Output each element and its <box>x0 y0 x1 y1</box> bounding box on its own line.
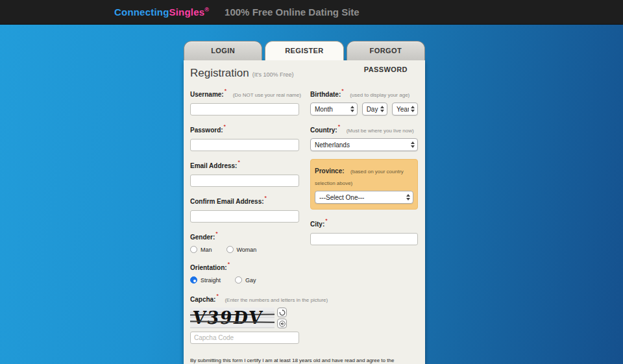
password-field-group: Password:* <box>190 123 299 151</box>
tab-forgot-password[interactable]: FORGOT PASSWORD <box>347 41 425 60</box>
required-marker: * <box>216 293 219 299</box>
captcha-label: Capcha: <box>190 296 215 303</box>
gender-woman-label: Woman <box>237 247 257 253</box>
birth-day-value: Day <box>367 106 378 113</box>
orientation-gay-radio[interactable]: Gay <box>235 276 256 284</box>
birthdate-label: Birthdate: <box>310 91 341 98</box>
orientation-label: Orientation: <box>190 264 227 271</box>
refresh-icon <box>279 309 286 316</box>
email-label: Email Address: <box>190 162 237 169</box>
birth-year-value: Year <box>397 106 409 113</box>
logo-text-singles: Singles <box>169 6 205 18</box>
captcha-refresh-button[interactable] <box>277 308 287 317</box>
captcha-code-input[interactable] <box>190 332 299 344</box>
page-title-hint: (It's 100% Free) <box>252 71 294 78</box>
registration-panel: LOGIN REGISTER FORGOT PASSWORD Registrat… <box>184 41 425 364</box>
password-label: Password: <box>190 127 223 134</box>
province-select[interactable]: ---Select One--- <box>315 191 413 204</box>
required-marker: * <box>215 230 218 237</box>
city-field-group: City:* <box>310 217 418 245</box>
select-arrows-icon <box>406 194 410 200</box>
country-label: Country: <box>310 127 337 134</box>
orientation-straight-label: Straight <box>201 277 221 284</box>
required-marker: * <box>225 88 227 94</box>
agreement-text-before: By submitting this form I certify I am a… <box>190 358 394 364</box>
birth-year-select[interactable]: Year <box>392 103 418 115</box>
city-label: City: <box>310 221 324 228</box>
birth-month-select[interactable]: Month <box>310 103 358 115</box>
select-arrows-icon <box>411 141 415 148</box>
username-hint: (Do NOT use your real name) <box>233 92 301 98</box>
password-input[interactable] <box>190 139 299 151</box>
required-marker: * <box>238 159 240 165</box>
country-hint: (Must be where you live now) <box>347 128 414 134</box>
captcha-audio-button[interactable] <box>277 319 287 328</box>
captcha-field-group: Capcha:* (Enter the numbers and letters … <box>190 293 299 344</box>
agreement-text: By submitting this form I certify I am a… <box>190 357 421 364</box>
tab-login[interactable]: LOGIN <box>184 41 262 60</box>
radio-circle-icon <box>190 246 197 253</box>
site-logo[interactable]: ConnectingSingles® <box>114 6 209 18</box>
captcha-code-text: V39DV <box>191 308 275 328</box>
email-input[interactable] <box>190 175 299 187</box>
registered-trademark-icon: ® <box>204 6 209 13</box>
required-marker: * <box>228 261 230 267</box>
username-input[interactable] <box>190 103 299 115</box>
country-value: Netherlands <box>315 141 409 149</box>
required-marker: * <box>224 123 226 130</box>
select-arrows-icon <box>350 106 354 112</box>
gender-woman-radio[interactable]: Woman <box>226 246 257 253</box>
country-field-group: Country:* (Must be where you live now) N… <box>310 123 418 151</box>
radio-circle-icon <box>226 246 234 253</box>
top-bar: ConnectingSingles® 100% Free Online Dati… <box>0 0 623 25</box>
city-input[interactable] <box>310 233 418 245</box>
logo-text-connecting: Connecting <box>114 6 169 18</box>
confirm-email-input[interactable] <box>190 210 299 223</box>
province-field-group: Province: (based on your country selecti… <box>310 159 418 210</box>
page-title-text: Registration <box>190 67 249 79</box>
birth-day-select[interactable]: Day <box>362 103 387 115</box>
birth-month-value: Month <box>315 106 348 113</box>
auth-tabs: LOGIN REGISTER FORGOT PASSWORD <box>184 41 425 60</box>
username-field-group: Username:* (Do NOT use your real name) <box>190 88 299 115</box>
required-marker: * <box>325 217 328 224</box>
speaker-icon <box>279 321 286 327</box>
country-select[interactable]: Netherlands <box>310 138 418 151</box>
gender-man-radio[interactable]: Man <box>190 246 212 253</box>
username-label: Username: <box>190 91 224 98</box>
birthdate-hint: (used to display your age) <box>350 92 409 98</box>
required-marker: * <box>265 195 267 201</box>
orientation-gay-label: Gay <box>245 277 256 284</box>
email-field-group: Email Address:* <box>190 159 299 187</box>
gender-man-label: Man <box>201 247 212 253</box>
orientation-field-group: Orientation:* Straight Gay <box>190 261 299 284</box>
required-marker: * <box>338 123 341 130</box>
province-value: ---Select One--- <box>319 194 404 201</box>
required-marker: * <box>341 88 344 94</box>
registration-form: Registration(It's 100% Free) Username:* … <box>184 60 425 364</box>
site-tagline: 100% Free Online Dating Site <box>225 6 360 18</box>
radio-circle-icon <box>235 276 242 284</box>
select-arrows-icon <box>380 106 384 112</box>
province-label: Province: <box>315 167 345 175</box>
select-arrows-icon <box>411 106 415 112</box>
gender-label: Gender: <box>190 234 215 241</box>
captcha-image: V39DV <box>190 308 275 328</box>
radio-checked-icon <box>190 276 197 284</box>
orientation-straight-radio[interactable]: Straight <box>190 276 221 284</box>
gender-field-group: Gender:* Man Woman <box>190 230 299 253</box>
birthdate-field-group: Birthdate:* (used to display your age) M… <box>310 88 418 115</box>
tab-register[interactable]: REGISTER <box>265 41 343 60</box>
confirm-email-field-group: Confirm Email Address:* <box>190 195 299 223</box>
confirm-email-label: Confirm Email Address: <box>190 198 264 205</box>
